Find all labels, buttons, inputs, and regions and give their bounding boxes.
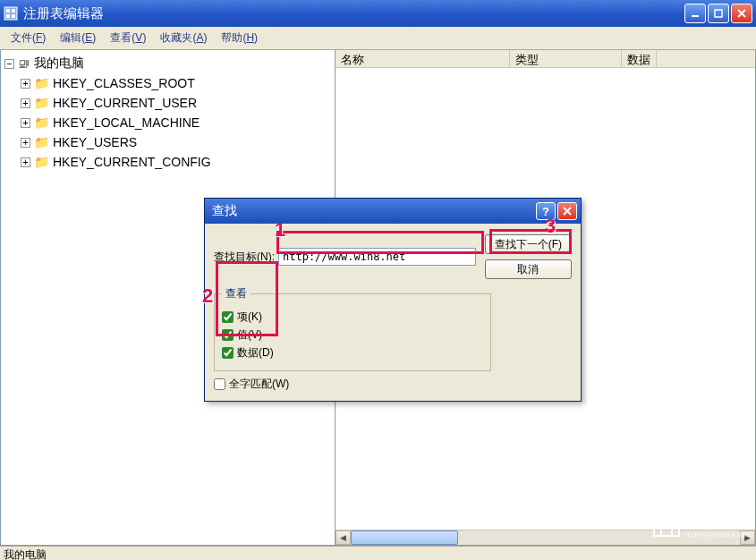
tree-label: HKEY_USERS <box>53 135 137 149</box>
minimize-button[interactable] <box>684 4 706 23</box>
svg-rect-6 <box>715 10 722 17</box>
watermark-sub: XITONGZHIJIA.NET <box>686 531 751 539</box>
watermark: 系统之家 XITONGZHIJIA.NET <box>650 510 751 539</box>
find-dialog: 查找 ? 查找目标(N): 查找下一个(F) 取消 查看 项(K)值(V)数据(… <box>204 198 582 402</box>
tree-label: HKEY_CURRENT_CONFIG <box>53 155 211 169</box>
column-header-0[interactable]: 名称 <box>336 50 510 67</box>
option-checkbox-2[interactable] <box>222 347 234 359</box>
tree-expander[interactable]: + <box>21 157 30 167</box>
statusbar: 我的电脑 <box>0 546 756 560</box>
tree-expander[interactable]: − <box>4 59 14 69</box>
match-whole-label: 全字匹配(W) <box>229 377 289 392</box>
column-header-1[interactable]: 类型 <box>510 50 622 67</box>
tree-expander[interactable]: + <box>21 98 30 108</box>
tree-label: 我的电脑 <box>34 55 84 72</box>
folder-icon: 📁 <box>34 135 49 149</box>
menu-item-a[interactable]: 收藏夹(A) <box>153 28 214 48</box>
folder-icon: 📁 <box>34 115 49 130</box>
column-header-2[interactable]: 数据 <box>622 50 657 67</box>
svg-rect-4 <box>12 14 15 18</box>
house-icon <box>650 511 683 538</box>
match-whole-checkbox[interactable] <box>214 378 225 390</box>
tree-hive-hkey_current_config[interactable]: +📁HKEY_CURRENT_CONFIG <box>4 152 331 172</box>
menu-item-h[interactable]: 帮助(H) <box>214 28 265 48</box>
option-row-1: 值(V) <box>222 327 483 343</box>
option-label-1: 值(V) <box>237 327 262 343</box>
option-row-0: 项(K) <box>222 310 483 325</box>
menubar: 文件(F)编辑(E)查看(V)收藏夹(A)帮助(H) <box>0 27 756 50</box>
tree-hive-hkey_current_user[interactable]: +📁HKEY_CURRENT_USER <box>4 93 331 113</box>
find-target-label: 查找目标(N): <box>214 250 275 265</box>
svg-rect-1 <box>6 9 10 13</box>
regedit-icon <box>4 6 18 21</box>
menu-item-e[interactable]: 编辑(E) <box>53 28 103 48</box>
tree-hive-hkey_users[interactable]: +📁HKEY_USERS <box>4 132 331 152</box>
folder-icon: 📁 <box>34 155 49 169</box>
main-title-text: 注册表编辑器 <box>23 5 684 22</box>
scroll-left-button[interactable]: ◀ <box>336 530 351 545</box>
statusbar-text: 我的电脑 <box>4 548 47 560</box>
folder-icon: 📁 <box>34 96 49 110</box>
tree-expander[interactable]: + <box>21 79 30 89</box>
computer-icon: 🖳 <box>18 56 30 71</box>
menu-item-v[interactable]: 查看(V) <box>103 28 153 48</box>
option-label-2: 数据(D) <box>237 345 274 361</box>
option-checkbox-0[interactable] <box>222 311 234 323</box>
find-target-input[interactable] <box>278 248 476 266</box>
close-button[interactable] <box>731 4 752 23</box>
tree-hive-hkey_classes_root[interactable]: +📁HKEY_CLASSES_ROOT <box>4 73 331 93</box>
tree-label: HKEY_CURRENT_USER <box>53 96 197 110</box>
option-checkbox-1[interactable] <box>222 329 234 341</box>
tree-expander[interactable]: + <box>21 138 30 148</box>
watermark-text: 系统之家 <box>686 510 751 531</box>
dialog-close-button[interactable] <box>557 202 577 220</box>
menu-item-f[interactable]: 文件(F) <box>4 28 53 48</box>
scroll-thumb[interactable] <box>351 530 458 545</box>
look-at-group: 查看 项(K)值(V)数据(D) <box>214 286 491 371</box>
find-next-button[interactable]: 查找下一个(F) <box>485 234 572 254</box>
svg-rect-3 <box>6 14 10 18</box>
option-label-0: 项(K) <box>237 310 262 325</box>
option-row-2: 数据(D) <box>222 345 483 361</box>
dialog-title: 查找 <box>208 203 534 219</box>
folder-icon: 📁 <box>34 76 49 90</box>
tree-label: HKEY_CLASSES_ROOT <box>53 76 195 90</box>
tree-hive-hkey_local_machine[interactable]: +📁HKEY_LOCAL_MACHINE <box>4 113 331 132</box>
cancel-button[interactable]: 取消 <box>485 259 572 279</box>
maximize-button[interactable] <box>708 4 729 23</box>
list-header: 名称类型数据 <box>336 50 755 68</box>
look-at-legend: 查看 <box>222 286 251 301</box>
svg-rect-2 <box>12 9 15 13</box>
dialog-titlebar[interactable]: 查找 ? <box>205 199 581 224</box>
tree-expander[interactable]: + <box>21 118 30 128</box>
dialog-help-button[interactable]: ? <box>536 202 556 220</box>
annotation-2: 2 <box>202 284 213 308</box>
tree-label: HKEY_LOCAL_MACHINE <box>53 115 200 130</box>
main-titlebar: 注册表编辑器 <box>0 0 756 27</box>
tree-root-my-computer[interactable]: −🖳我的电脑 <box>4 54 331 73</box>
